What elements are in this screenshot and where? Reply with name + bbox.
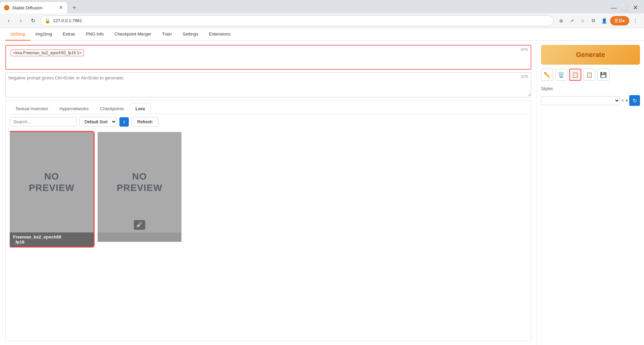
trash-tool-button[interactable]: 🗑️ bbox=[555, 69, 567, 81]
new-tab-button[interactable]: + bbox=[70, 3, 79, 13]
translate-button[interactable]: ⊕ bbox=[556, 16, 566, 25]
negative-prompt-wrapper: 0/75 bbox=[5, 72, 531, 97]
negative-prompt-input[interactable] bbox=[6, 73, 531, 96]
tab-close-button[interactable]: ✕ bbox=[59, 5, 63, 10]
card-label-1: Freeman_bs2_epoch50_fp16 bbox=[10, 232, 94, 247]
tab-checkpoint-merger[interactable]: Checkpoint Merger bbox=[109, 28, 157, 41]
search-input[interactable] bbox=[10, 117, 77, 126]
clipboard-red-tool-button[interactable]: 📋 bbox=[569, 69, 581, 81]
styles-label: Styles bbox=[541, 86, 640, 91]
card-preview-1: NOPREVIEW bbox=[10, 132, 94, 232]
menu-button[interactable]: ⋮ bbox=[631, 16, 640, 25]
no-preview-text-2: NOPREVIEW bbox=[117, 171, 162, 193]
tab-title: Stable Diffusion bbox=[12, 5, 56, 10]
lora-controls: Default Sort i Refresh bbox=[10, 114, 527, 129]
clipboard-tool-button[interactable]: 📋 bbox=[583, 69, 595, 81]
card-bottom-icon-2: 🖋 bbox=[134, 220, 145, 230]
tab-extras[interactable]: Extras bbox=[57, 28, 80, 41]
tab-img2img[interactable]: img2img bbox=[30, 28, 57, 41]
styles-refresh-button[interactable]: ↻ bbox=[629, 95, 640, 106]
tool-row: ✏️ 🗑️ 📋 📋 💾 bbox=[541, 69, 640, 81]
tab-settings[interactable]: Settings bbox=[177, 28, 204, 41]
styles-dropdown-icon[interactable]: ▾ bbox=[626, 98, 628, 103]
cards-grid: NOPREVIEW Freeman_bs2_epoch50_fp16 NOPRE… bbox=[10, 132, 527, 247]
main-tabs: txt2img img2img Extras PNG Info Checkpoi… bbox=[0, 28, 644, 41]
edit-tool-button[interactable]: ✏️ bbox=[541, 69, 553, 81]
tab-hypernetworks[interactable]: Hypernetworks bbox=[54, 103, 95, 114]
cards-area: NOPREVIEW Freeman_bs2_epoch50_fp16 NOPRE… bbox=[10, 129, 527, 338]
tab-lora[interactable]: Lora bbox=[130, 103, 151, 114]
maximize-button[interactable]: ⬜ bbox=[620, 3, 629, 12]
bookmark-button[interactable]: ☆ bbox=[578, 16, 587, 25]
minimize-button[interactable]: — bbox=[609, 3, 619, 12]
back-button[interactable]: ‹ bbox=[4, 16, 13, 25]
generate-button[interactable]: Generate bbox=[541, 45, 640, 65]
update-button[interactable]: 更新▸ bbox=[610, 16, 629, 25]
tab-extensions[interactable]: Extensions bbox=[204, 28, 236, 41]
styles-clear-button[interactable]: × bbox=[621, 97, 624, 104]
no-preview-text-1: NOPREVIEW bbox=[29, 171, 74, 193]
lock-icon: 🔒 bbox=[45, 18, 50, 23]
lora-tag: <lora:Freeman_bs2_epoch50_fp16:1> bbox=[11, 50, 84, 56]
reload-button[interactable]: ↻ bbox=[28, 16, 38, 25]
sort-select[interactable]: Default Sort bbox=[79, 117, 117, 127]
lora-card-2[interactable]: NOPREVIEW 🖋 bbox=[98, 132, 181, 247]
lora-card-1[interactable]: NOPREVIEW Freeman_bs2_epoch50_fp16 bbox=[10, 132, 94, 247]
address-bar: 🔒 127.0.0.1:7861 bbox=[40, 15, 554, 26]
tab-checkpoints[interactable]: Checkpoints bbox=[94, 103, 130, 114]
tab-favicon bbox=[4, 5, 9, 10]
tab-png-info[interactable]: PNG Info bbox=[80, 28, 109, 41]
negative-prompt-count: 0/75 bbox=[521, 75, 528, 79]
tab-txt2img[interactable]: txt2img bbox=[5, 28, 30, 41]
tab-train[interactable]: Train bbox=[157, 28, 177, 41]
info-button[interactable]: i bbox=[119, 117, 129, 127]
right-panel: Generate ✏️ 🗑️ 📋 📋 💾 Styles × ▾ ↻ bbox=[537, 41, 644, 345]
styles-select[interactable] bbox=[541, 96, 620, 105]
lora-tabs: Textual Inversion Hypernetworks Checkpoi… bbox=[10, 103, 527, 114]
save-tool-button[interactable]: 💾 bbox=[597, 69, 609, 81]
card-label-2 bbox=[98, 232, 181, 242]
extensions-button[interactable]: ⧉ bbox=[589, 16, 598, 25]
share-button[interactable]: ↗ bbox=[567, 16, 577, 25]
browser-tab[interactable]: Stable Diffusion ✕ bbox=[0, 2, 67, 13]
card-preview-2: NOPREVIEW 🖋 bbox=[98, 132, 181, 232]
positive-prompt-wrapper: <lora:Freeman_bs2_epoch50_fp16:1> 0/75 bbox=[5, 45, 531, 70]
refresh-button[interactable]: Refresh bbox=[131, 117, 158, 127]
close-window-button[interactable]: ✕ bbox=[631, 3, 640, 12]
address-text[interactable]: 127.0.0.1:7861 bbox=[53, 18, 549, 23]
styles-select-row: × ▾ ↻ bbox=[541, 95, 640, 106]
positive-prompt-count: 0/75 bbox=[521, 48, 528, 52]
profile-button[interactable]: 👤 bbox=[599, 16, 609, 25]
forward-button[interactable]: › bbox=[16, 16, 25, 25]
tab-textual-inversion[interactable]: Textual Inversion bbox=[10, 103, 54, 114]
